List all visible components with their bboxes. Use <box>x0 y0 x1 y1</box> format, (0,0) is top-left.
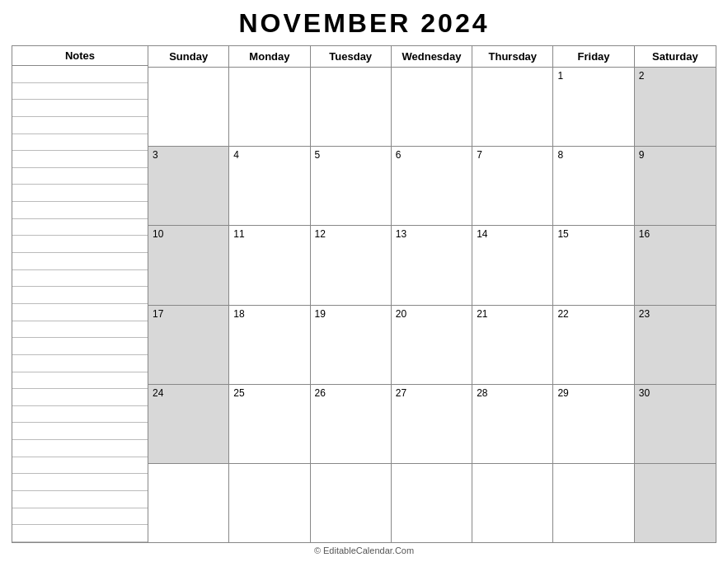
calendar-cell: 28 <box>472 385 553 463</box>
notes-line <box>12 219 148 237</box>
notes-line <box>12 236 148 253</box>
calendar-cell <box>311 68 392 146</box>
day-number: 18 <box>233 308 244 320</box>
day-number: 7 <box>477 149 482 161</box>
day-number: 13 <box>396 228 406 240</box>
notes-lines <box>12 66 148 542</box>
calendar-cell: 27 <box>392 385 472 463</box>
calendar-page: NOVEMBER 2024 Notes SundayMondayTuesdayW… <box>0 0 728 562</box>
calendar-cell: 25 <box>229 385 310 463</box>
calendar-row: 10111213141516 <box>148 226 716 305</box>
notes-line <box>12 66 148 83</box>
notes-line <box>12 440 148 457</box>
notes-line <box>12 406 148 424</box>
calendar-row: 3456789 <box>148 147 716 226</box>
notes-line <box>12 83 148 101</box>
day-header: Wednesday <box>392 46 472 67</box>
day-number: 14 <box>477 228 487 240</box>
calendar-cell: 30 <box>635 385 716 463</box>
calendar-cell: 12 <box>311 226 392 304</box>
calendar-cell: 5 <box>311 147 392 225</box>
notes-line <box>12 525 148 542</box>
notes-line <box>12 287 148 304</box>
calendar-cell <box>229 68 310 146</box>
notes-line <box>12 151 148 168</box>
day-number: 26 <box>315 387 326 399</box>
day-number: 21 <box>477 308 487 320</box>
calendar-cell: 18 <box>229 306 310 384</box>
notes-line <box>12 321 148 339</box>
calendar-cell <box>392 464 472 542</box>
day-number: 23 <box>639 308 650 320</box>
day-number: 9 <box>639 149 645 161</box>
day-number: 6 <box>396 149 402 161</box>
day-number: 15 <box>557 228 568 240</box>
calendar-cell: 14 <box>472 226 553 304</box>
calendar-cell: 21 <box>472 306 553 384</box>
day-header: Sunday <box>148 46 229 67</box>
notes-line <box>12 474 148 491</box>
calendar-cell: 20 <box>392 306 472 384</box>
day-number: 17 <box>153 308 163 320</box>
calendar-cell: 29 <box>553 385 634 463</box>
notes-line <box>12 338 148 355</box>
day-number: 27 <box>396 387 406 399</box>
day-number: 2 <box>639 70 645 82</box>
calendar-row: 24252627282930 <box>148 385 716 464</box>
notes-line <box>12 423 148 440</box>
calendar-title: NOVEMBER 2024 <box>12 8 716 39</box>
day-number: 10 <box>153 228 163 240</box>
notes-line <box>12 134 148 152</box>
day-number: 16 <box>639 228 650 240</box>
notes-header: Notes <box>12 46 148 66</box>
day-header: Saturday <box>635 46 716 67</box>
calendar-cell: 24 <box>148 385 229 463</box>
day-number: 24 <box>153 387 163 399</box>
notes-line <box>12 168 148 185</box>
notes-line <box>12 355 148 372</box>
calendar-cell: 7 <box>472 147 553 225</box>
day-number: 12 <box>315 228 326 240</box>
day-number: 19 <box>315 308 326 320</box>
day-number: 25 <box>233 387 244 399</box>
day-number: 11 <box>233 228 244 240</box>
calendar-cell: 23 <box>635 306 716 384</box>
calendar-cell: 6 <box>392 147 472 225</box>
calendar-row: 12 <box>148 68 716 147</box>
calendar-cell <box>148 68 229 146</box>
day-header: Thursday <box>472 46 553 67</box>
calendar-cell: 3 <box>148 147 229 225</box>
day-number: 28 <box>477 387 487 399</box>
day-number: 1 <box>557 70 563 82</box>
day-header: Tuesday <box>311 46 392 67</box>
calendar-cell <box>229 464 310 542</box>
calendar-cell <box>635 464 716 542</box>
notes-line <box>12 253 148 270</box>
notes-line <box>12 457 148 475</box>
footer: © EditableCalendar.Com <box>12 543 716 555</box>
calendar-cell: 11 <box>229 226 310 304</box>
calendar-cell <box>553 464 634 542</box>
day-number: 3 <box>153 149 158 161</box>
notes-line <box>12 389 148 406</box>
calendar-cell: 19 <box>311 306 392 384</box>
day-number: 29 <box>557 387 568 399</box>
notes-line <box>12 372 148 390</box>
content-area: Notes SundayMondayTuesdayWednesdayThursd… <box>12 45 716 543</box>
day-header: Friday <box>553 46 634 67</box>
day-number: 4 <box>233 149 239 161</box>
day-number: 22 <box>557 308 568 320</box>
calendar-cell: 4 <box>229 147 310 225</box>
calendar-cell <box>392 68 472 146</box>
calendar-cell: 10 <box>148 226 229 304</box>
notes-line <box>12 304 148 321</box>
calendar-cell <box>472 68 553 146</box>
notes-line <box>12 270 148 288</box>
notes-line <box>12 491 148 508</box>
notes-section: Notes <box>12 45 148 543</box>
calendar-cell: 2 <box>635 68 716 146</box>
calendar-row: 17181920212223 <box>148 306 716 385</box>
calendar-cell: 9 <box>635 147 716 225</box>
calendar-cell: 8 <box>553 147 634 225</box>
notes-line <box>12 100 148 117</box>
